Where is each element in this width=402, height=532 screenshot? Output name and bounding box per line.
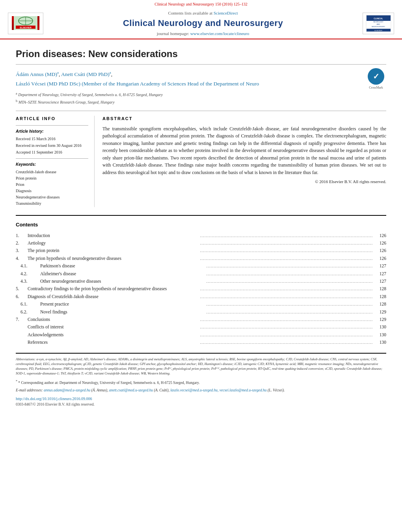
homepage-link[interactable]: www.elsevier.com/locate/clineuro — [190, 31, 249, 36]
received-date: Received 15 March 2016 — [16, 136, 88, 142]
toc-title-41: Parkinson's disease — [40, 263, 207, 269]
email2-link[interactable]: anett.csati@med.u-szeged.hu — [109, 388, 153, 392]
svg-text:ELSEVIER: ELSEVIER — [20, 26, 32, 29]
crossmark-label: CrossMark — [368, 85, 384, 90]
journal-logo-svg: CLINICAL NEUROLOGY AND NEUROSURGERY ELSE… — [366, 15, 391, 32]
toc-item-ref: References 130 — [16, 339, 386, 345]
toc-page-41: 127 — [372, 263, 386, 269]
page: Clinical Neurology and Neurosurgery 150 … — [0, 0, 402, 532]
keyword-3: Prion — [16, 182, 88, 187]
toc-list: 1. Introduction 126 2. Aetiology 126 3. … — [16, 232, 386, 346]
toc-item-ack: Acknowledgements 130 — [16, 332, 386, 338]
sciencedirect-link[interactable]: ScienceDirect — [214, 11, 238, 15]
author-annus[interactable]: Ádám Annus (MD) — [16, 71, 57, 77]
toc-page-61: 128 — [372, 301, 386, 307]
elsevier-logo-left: ELSEVIER — [8, 13, 43, 34]
svg-text:CLINICAL: CLINICAL — [374, 17, 383, 20]
footer-section: Abbreviations: α-syn, α-synuclein; Aβ, β… — [16, 353, 386, 408]
abbreviations: Abbreviations: α-syn, α-synuclein; Aβ, β… — [16, 357, 386, 376]
toc-page-3: 126 — [372, 247, 386, 254]
keyword-1: Creutzfeldt-Jakob disease — [16, 169, 88, 175]
toc-item-3: 3. The prion protein 126 — [16, 247, 386, 254]
toc-dots-2 — [200, 240, 373, 246]
toc-page-7: 129 — [372, 316, 386, 323]
toc-item-62: 6.2. Novel findings 129 — [16, 309, 386, 315]
article-content: Prion diseases: New considerations ✓ Cro… — [0, 39, 402, 415]
toc-dots-6 — [200, 294, 373, 300]
toc-dots-conflict — [200, 324, 373, 330]
toc-dots-61 — [207, 301, 373, 307]
toc-item-61: 6.1. Present practice 128 — [16, 301, 386, 307]
toc-num-62: 6.2. — [20, 309, 40, 315]
toc-title-1: Introduction — [28, 232, 200, 239]
svg-text:AND: AND — [376, 23, 380, 25]
history-label: Article history: — [16, 129, 88, 134]
contents-section: Contents 1. Introduction 126 2. Aetiolog… — [16, 215, 386, 346]
email3-link[interactable]: laszlo.vecsei@med.u-szeged.hu, — [170, 388, 218, 392]
toc-page-ack: 130 — [372, 332, 386, 338]
keywords-label: Keywords: — [16, 162, 88, 167]
toc-num-5: 5. — [16, 285, 28, 292]
toc-page-conflict: 130 — [372, 324, 386, 330]
author-vecsei[interactable]: László Vécsei (MD PhD DSc) (Member of th… — [16, 81, 259, 87]
toc-item-41: 4.1. Parkinson's disease 127 — [16, 263, 386, 269]
toc-page-5: 128 — [372, 285, 386, 292]
author-csati[interactable]: Anett Csáti (MD PhD) — [61, 71, 110, 77]
toc-dots-41 — [207, 263, 373, 269]
crossmark-icon: ✓ — [368, 68, 384, 85]
toc-item-43: 4.3. Other neurodegenerative diseases 12… — [16, 278, 386, 284]
corresponding-author: * * Corresponding author at: Department … — [16, 379, 386, 386]
toc-page-4: 126 — [372, 255, 386, 261]
toc-num-2: 2. — [16, 240, 28, 246]
toc-dots-ref — [200, 339, 373, 345]
toc-dots-62 — [207, 309, 373, 315]
toc-title-6: Diagnosis of Creutzfeldt-Jakob disease — [28, 293, 200, 300]
homepage-line: journal homepage: www.elsevier.com/locat… — [51, 31, 355, 37]
keyword-6: Transmissibility — [16, 201, 88, 206]
abstract-heading: ABSTRACT — [102, 116, 386, 122]
toc-item-4: 4. The prion hypothesis of neurodegenera… — [16, 255, 386, 261]
journal-meta-bar: Clinical Neurology and Neurosurgery 150 … — [0, 0, 402, 8]
toc-title-2: Aetiology — [28, 240, 200, 246]
toc-page-ref: 130 — [372, 339, 386, 345]
author-annus-sup: a — [57, 70, 59, 74]
toc-title-conflict: Conflicts of interest — [28, 324, 200, 330]
toc-num-41: 4.1. — [20, 263, 40, 269]
toc-num-42: 4.2. — [20, 271, 40, 277]
doi-link[interactable]: http://dx.doi.org/10.1016/j.clineuro.201… — [16, 397, 92, 401]
toc-num-4: 4. — [16, 255, 28, 261]
toc-num-6: 6. — [16, 293, 28, 300]
toc-num-43: 4.3. — [20, 278, 40, 284]
toc-title-7: Conclusions — [28, 316, 200, 323]
toc-num-3: 3. — [16, 247, 28, 254]
email4-link[interactable]: vecsei.laszlo@med.u-szeged.hu — [220, 388, 267, 392]
toc-dots-3 — [200, 248, 373, 254]
email-line: E-mail addresses: annus.adam@med.u-szege… — [16, 388, 386, 393]
two-column-section: ARTICLE INFO Article history: Received 1… — [16, 111, 386, 207]
toc-title-42: Alzheimer's disease — [40, 271, 207, 277]
abstract-text: The transmissible spongiform encephalopa… — [102, 125, 386, 176]
svg-text:NEUROSURGERY: NEUROSURGERY — [371, 26, 385, 28]
email1-link[interactable]: annus.adam@med.u-szeged.hu — [44, 388, 90, 392]
authors-line2: László Vécsei (MD PhD DSc) (Member of th… — [16, 80, 386, 88]
toc-item-1: 1. Introduction 126 — [16, 232, 386, 239]
authors-line1: Ádám Annus (MD)a, Anett Csáti (MD PhD)a, — [16, 70, 386, 78]
received-revised-date: Received in revised form 30 August 2016 — [16, 143, 88, 148]
article-info-heading: ARTICLE INFO — [16, 116, 88, 122]
toc-dots-7 — [200, 317, 373, 323]
toc-page-43: 127 — [372, 278, 386, 284]
elsevier-logo-image: ELSEVIER — [12, 16, 39, 30]
info-divider2 — [16, 158, 88, 159]
contents-available: Contents lists available at ScienceDirec… — [51, 10, 355, 16]
toc-dots-1 — [200, 233, 373, 239]
toc-page-42: 127 — [372, 271, 386, 277]
abstract-section: ABSTRACT The transmissible spongiform en… — [102, 116, 386, 207]
toc-dots-42 — [207, 271, 373, 277]
accepted-date: Accepted 11 September 2016 — [16, 150, 88, 155]
journal-title: Clinical Neurology and Neurosurgery — [51, 17, 355, 30]
svg-text:NEUROLOGY: NEUROLOGY — [373, 21, 383, 23]
affiliation-b: b MTA–SZTE Neuroscience Research Group, … — [16, 99, 386, 105]
keyword-2: Prion protein — [16, 176, 88, 181]
toc-dots-43 — [207, 278, 373, 284]
journal-meta-text: Clinical Neurology and Neurosurgery 150 … — [154, 2, 247, 6]
